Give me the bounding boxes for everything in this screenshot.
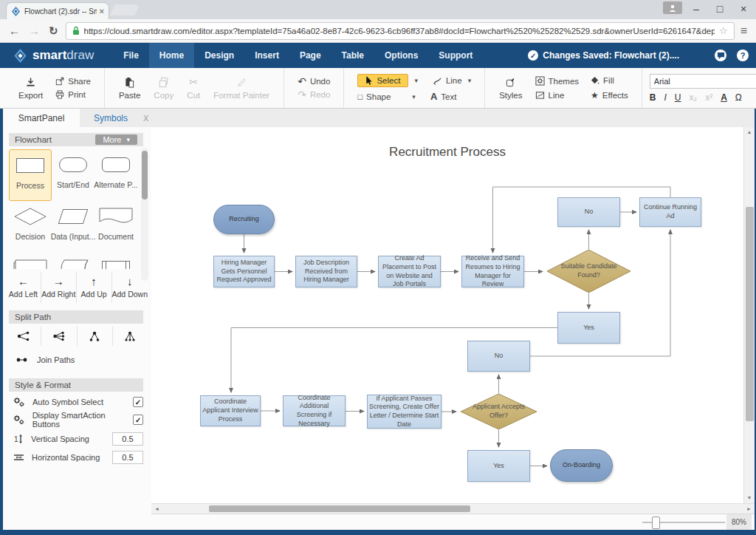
text-tool-button[interactable]: Text xyxy=(441,92,456,101)
tab-symbols[interactable]: Symbols xyxy=(80,109,142,127)
themes-button[interactable]: Themes xyxy=(535,76,580,86)
underline-button[interactable]: U xyxy=(675,92,681,103)
more-button[interactable]: More▾ xyxy=(95,134,137,145)
flow-node-recruiting[interactable]: Recruiting xyxy=(213,205,275,234)
bookmark-star-icon[interactable]: ☆ xyxy=(715,25,728,36)
line-caret-icon[interactable]: ▾ xyxy=(468,77,472,84)
flow-node-create-ad[interactable]: Create Ad Placement to Post on Website a… xyxy=(378,256,441,287)
symbol-stored-data[interactable] xyxy=(52,253,94,269)
flow-node-receive-resumes[interactable]: Receive and Send Resumes to Hiring Manag… xyxy=(461,256,524,287)
add-left-button[interactable]: ←Add Left xyxy=(6,272,41,303)
vertical-spacing-input[interactable] xyxy=(112,432,143,446)
split-three-down-button[interactable] xyxy=(113,327,148,346)
menu-design[interactable]: Design xyxy=(194,43,244,68)
print-button[interactable]: Print xyxy=(55,90,91,99)
symbol-start-end[interactable]: Start/End xyxy=(52,149,94,201)
flow-node-job-description[interactable]: Job Description Received from Hiring Man… xyxy=(295,256,357,287)
font-color-button[interactable]: A xyxy=(721,92,727,103)
symbol-predefined-process[interactable] xyxy=(94,253,137,269)
display-smartaction-checkbox[interactable]: ✓ xyxy=(133,415,143,425)
flow-node-no-top[interactable]: No xyxy=(557,197,620,227)
back-icon[interactable]: ← xyxy=(9,24,20,37)
canvas-horizontal-scrollbar[interactable]: ◄ ► xyxy=(151,503,755,514)
superscript-button[interactable]: x² xyxy=(705,92,712,103)
horizontal-scroll-thumb[interactable] xyxy=(209,505,470,512)
line-tool-button[interactable]: Line xyxy=(446,76,462,85)
forward-icon[interactable]: → xyxy=(29,24,40,37)
symbol-document[interactable]: Document xyxy=(94,201,137,253)
canvas-vertical-scrollbar[interactable]: ▲ ▼ xyxy=(743,127,755,503)
font-name-input[interactable] xyxy=(650,74,756,89)
help-icon[interactable]: ? xyxy=(737,50,749,61)
add-right-button[interactable]: →Add Right xyxy=(41,272,77,303)
flow-node-yes-mid[interactable]: Yes xyxy=(557,312,620,344)
tab-smartpanel[interactable]: SmartPanel xyxy=(3,109,80,127)
flow-node-hiring-manager[interactable]: Hiring Manager Gets Personnel Request Ap… xyxy=(213,256,275,287)
scroll-right-icon[interactable]: ► xyxy=(746,504,752,514)
menu-page[interactable]: Page xyxy=(289,43,331,68)
flow-decision-suitable-candidate[interactable]: Suitable Candidate Found? xyxy=(546,249,631,293)
menu-options[interactable]: Options xyxy=(374,43,428,68)
flow-node-coordinate-screening[interactable]: Coordinate Additional Screening if Neces… xyxy=(283,395,346,426)
symbol-data-input[interactable]: Data (Input... xyxy=(52,201,94,253)
scroll-down-icon[interactable]: ▼ xyxy=(744,493,755,503)
menu-table[interactable]: Table xyxy=(331,43,374,68)
flow-node-onboarding[interactable]: On-Boarding xyxy=(550,449,613,482)
undo-button[interactable]: ↶ Undo xyxy=(298,77,330,86)
menu-insert[interactable]: Insert xyxy=(244,43,289,68)
subscript-button[interactable]: x₂ xyxy=(689,92,697,103)
auto-symbol-select-checkbox[interactable]: ✓ xyxy=(133,397,143,407)
split-two-down-button[interactable] xyxy=(78,327,113,346)
add-down-button[interactable]: ↓Add Down xyxy=(112,272,148,303)
share-button[interactable]: Share xyxy=(55,77,91,86)
split-two-right-button[interactable] xyxy=(6,327,41,346)
scroll-left-icon[interactable]: ◄ xyxy=(154,504,159,514)
cut-button[interactable]: ✂ Cut xyxy=(187,77,200,100)
sidebar-scrollbar[interactable] xyxy=(141,148,148,281)
feedback-bubble-icon[interactable] xyxy=(715,50,726,61)
browser-menu-icon[interactable]: ≡ xyxy=(740,24,747,38)
maximize-button[interactable]: □ xyxy=(709,0,731,18)
close-button[interactable]: × xyxy=(732,0,755,18)
export-button[interactable]: Export xyxy=(18,77,43,100)
panel-close-icon[interactable]: X xyxy=(143,109,148,127)
italic-button[interactable]: I xyxy=(664,92,666,103)
flow-decision-applicant-accepts[interactable]: Applicant Accepts Offer? xyxy=(460,393,537,430)
select-caret-icon[interactable]: ▾ xyxy=(414,77,418,84)
profile-icon[interactable] xyxy=(663,1,682,14)
split-three-right-button[interactable] xyxy=(41,327,77,346)
menu-home[interactable]: Home xyxy=(149,43,194,68)
menu-support[interactable]: Support xyxy=(428,43,483,68)
shape-tool-button[interactable]: Shape xyxy=(366,92,391,101)
fill-button[interactable]: Fill xyxy=(591,76,628,86)
flow-node-yes-bottom[interactable]: Yes xyxy=(467,450,530,482)
copy-button[interactable]: Copy xyxy=(154,77,173,100)
special-char-button[interactable]: Ω xyxy=(735,92,742,103)
flow-node-offer-letter[interactable]: If Applicant Passes Screening, Create Of… xyxy=(367,395,441,429)
zoom-slider-handle[interactable] xyxy=(652,517,660,529)
tab-close-icon[interactable]: × xyxy=(100,7,104,16)
refresh-icon[interactable]: ↻ xyxy=(49,24,58,38)
flow-node-coordinate-interview[interactable]: Coordinate Applicant Interview Process xyxy=(200,395,261,426)
address-bar[interactable]: https://cloud.smartdraw.com/editor.aspx?… xyxy=(66,22,735,40)
new-tab-button[interactable] xyxy=(110,4,140,16)
format-painter-button[interactable]: Format Painter xyxy=(213,77,269,100)
symbol-process[interactable]: Process xyxy=(9,149,52,201)
flow-node-no-bottom[interactable]: No xyxy=(467,341,530,372)
menu-file[interactable]: File xyxy=(113,43,149,68)
browser-tab[interactable]: Flowchart (2).sdr -- SmartD × xyxy=(6,2,109,19)
horizontal-spacing-input[interactable] xyxy=(112,451,143,464)
styles-button[interactable]: Styles xyxy=(499,77,522,100)
symbol-alternate-process[interactable]: Alternate P... xyxy=(94,149,137,201)
shape-caret-icon[interactable]: ▾ xyxy=(412,93,416,100)
select-tool-button[interactable]: Select xyxy=(357,74,408,87)
drawing-canvas[interactable]: Recruitment Process xyxy=(151,127,743,503)
add-up-button[interactable]: ↑Add Up xyxy=(77,272,112,303)
scroll-up-icon[interactable]: ▲ xyxy=(744,127,755,137)
flow-node-continue-running-ad[interactable]: Continue Running Ad xyxy=(639,197,701,227)
vertical-scroll-thumb[interactable] xyxy=(746,207,754,421)
join-paths-button[interactable]: Join Paths xyxy=(16,352,75,367)
redo-button[interactable]: ↷ Redo xyxy=(298,90,330,99)
effects-button[interactable]: ★ Effects xyxy=(591,90,628,100)
symbol-decision[interactable]: Decision xyxy=(9,201,52,253)
